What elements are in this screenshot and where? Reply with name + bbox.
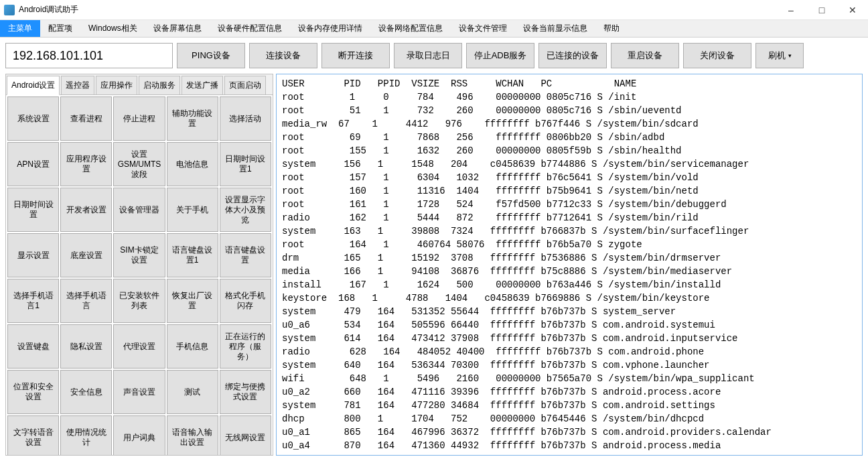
ping-button[interactable]: PING设备 xyxy=(177,43,245,68)
tab-page-start[interactable]: 页面启动 xyxy=(224,76,266,94)
maximize-button[interactable]: □ xyxy=(806,0,837,20)
tab-app-ops[interactable]: 应用操作 xyxy=(96,76,137,94)
grid-cell[interactable]: 语音输入输出设置 xyxy=(167,415,218,455)
disconnect-button[interactable]: 断开连接 xyxy=(321,43,390,68)
connected-devices-button[interactable]: 已连接的设备 xyxy=(538,43,607,68)
grid-cell[interactable]: 日期时间设置1 xyxy=(220,142,271,186)
grid-cell[interactable]: 已安装软件列表 xyxy=(113,279,165,323)
process-log[interactable]: USER PID PPID VSIZE RSS WCHAN PC NAME ro… xyxy=(276,74,863,456)
grid-cell[interactable]: 使用情况统计 xyxy=(60,415,112,455)
grid-cell[interactable]: 文字转语音设置 xyxy=(7,415,59,455)
menu-display-info[interactable]: 设备当前显示信息 xyxy=(515,20,595,37)
grid-cell[interactable]: 设置GSM/UMTS波段 xyxy=(113,142,165,186)
grid-cell[interactable]: 停止进程 xyxy=(113,96,165,141)
grid-cell[interactable]: 开发者设置 xyxy=(60,188,112,232)
grid-cell[interactable]: 选择手机语言1 xyxy=(7,279,59,323)
menu-mem-info[interactable]: 设备内存使用详情 xyxy=(290,20,370,37)
stop-adb-button[interactable]: 停止ADB服务 xyxy=(466,43,534,68)
connect-button[interactable]: 连接设备 xyxy=(249,43,317,68)
minimize-button[interactable]: – xyxy=(776,0,806,20)
close-button[interactable]: ✕ xyxy=(837,0,868,20)
grid-cell[interactable]: 安全信息 xyxy=(60,370,112,414)
grid-cell[interactable]: 代理设置 xyxy=(113,324,165,369)
grid-cell[interactable]: 辅助功能设置 xyxy=(167,96,218,141)
grid-cell[interactable]: 手机信息 xyxy=(167,324,218,369)
app-icon xyxy=(4,5,15,15)
tab-start-service[interactable]: 启动服务 xyxy=(139,76,180,94)
flash-dropdown-label: 刷机 xyxy=(768,50,786,62)
main-split: Android设置 遥控器 应用操作 启动服务 发送广播 页面启动 系统设置查看… xyxy=(0,74,868,461)
grid-cell[interactable]: 用户词典 xyxy=(113,415,165,455)
grid-cell[interactable]: 正在运行的程序（服务） xyxy=(220,324,271,369)
grid-cell[interactable]: 格式化手机闪存 xyxy=(220,279,271,323)
menu-file-mgr[interactable]: 设备文件管理 xyxy=(451,20,515,37)
grid-cell[interactable]: 隐私设置 xyxy=(60,324,112,369)
capture-log-button[interactable]: 录取日志日 xyxy=(394,43,462,68)
menu-help[interactable]: 帮助 xyxy=(595,20,628,37)
ip-input[interactable] xyxy=(5,43,173,68)
menu-hw-info[interactable]: 设备硬件配置信息 xyxy=(210,20,290,37)
menu-main[interactable]: 主菜单 xyxy=(0,20,40,37)
grid-cell[interactable]: 电池信息 xyxy=(167,142,218,186)
grid-cell[interactable]: 选择手机语言 xyxy=(60,279,112,323)
grid-cell[interactable]: 声音设置 xyxy=(113,370,165,414)
grid-cell[interactable]: 位置和安全设置 xyxy=(7,370,59,414)
tab-broadcast[interactable]: 发送广播 xyxy=(182,76,223,94)
menu-config[interactable]: 配置项 xyxy=(40,20,80,37)
grid-cell[interactable]: 应用程序设置 xyxy=(60,142,112,186)
grid-cell[interactable]: 查看进程 xyxy=(60,96,112,141)
menubar: 主菜单 配置项 Windows相关 设备屏幕信息 设备硬件配置信息 设备内存使用… xyxy=(0,20,868,38)
grid-cell[interactable]: 测试 xyxy=(167,370,218,414)
menu-screen-info[interactable]: 设备屏幕信息 xyxy=(145,20,210,37)
menu-windows[interactable]: Windows相关 xyxy=(80,20,145,37)
tab-remote[interactable]: 遥控器 xyxy=(61,76,94,94)
grid-cell[interactable]: SIM卡锁定设置 xyxy=(113,233,165,277)
grid-cell[interactable]: 日期时间设置 xyxy=(7,188,59,232)
grid-cell[interactable]: 设备管理器 xyxy=(113,188,165,232)
flash-dropdown[interactable]: 刷机 ▾ xyxy=(755,43,804,68)
toolbar: PING设备 连接设备 断开连接 录取日志日 停止ADB服务 已连接的设备 重启… xyxy=(0,38,868,74)
grid-cell[interactable]: 系统设置 xyxy=(7,96,59,141)
grid-cell[interactable]: 设置键盘 xyxy=(7,324,59,369)
grid-cell[interactable]: 显示设置 xyxy=(7,233,59,277)
grid-cell[interactable]: 语言键盘设置 xyxy=(220,233,271,277)
grid-cell[interactable]: 绑定与便携式设置 xyxy=(220,370,271,414)
grid-cell[interactable]: 选择活动 xyxy=(220,96,271,141)
left-tabs: Android设置 遥控器 应用操作 启动服务 发送广播 页面启动 xyxy=(6,74,273,95)
settings-grid: 系统设置查看进程停止进程辅助功能设置选择活动APN设置应用程序设置设置GSM/U… xyxy=(6,95,273,455)
shutdown-button[interactable]: 关闭设备 xyxy=(683,43,751,68)
grid-cell[interactable]: 底座设置 xyxy=(60,233,112,277)
grid-cell[interactable]: APN设置 xyxy=(7,142,59,186)
menu-net-info[interactable]: 设备网络配置信息 xyxy=(370,20,451,37)
tab-android-settings[interactable]: Android设置 xyxy=(7,76,60,95)
grid-cell[interactable]: 无线网设置 xyxy=(220,415,271,455)
grid-cell[interactable]: 恢复出厂设置 xyxy=(167,279,218,323)
reboot-button[interactable]: 重启设备 xyxy=(611,43,679,68)
grid-cell[interactable]: 关于手机 xyxy=(167,188,218,232)
grid-cell[interactable]: 语言键盘设置1 xyxy=(167,233,218,277)
window-title: Android调试助手 xyxy=(19,4,776,15)
left-panel: Android设置 遥控器 应用操作 启动服务 发送广播 页面启动 系统设置查看… xyxy=(5,74,273,456)
chevron-down-icon: ▾ xyxy=(788,52,792,59)
titlebar: Android调试助手 – □ ✕ xyxy=(0,0,868,20)
grid-cell[interactable]: 设置显示字体大小及预览 xyxy=(220,188,271,232)
